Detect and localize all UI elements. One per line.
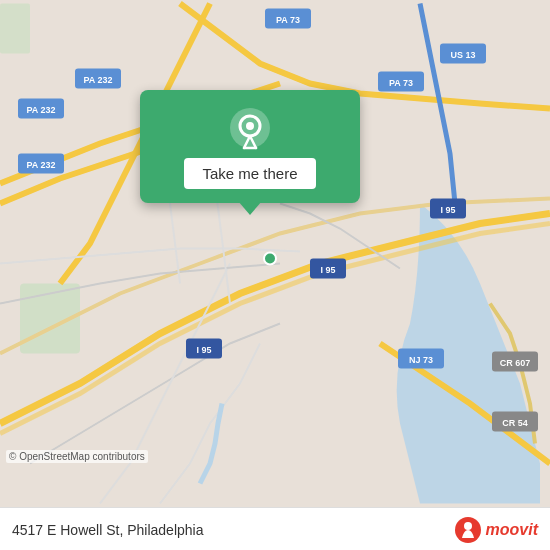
map-attribution: © OpenStreetMap contributors xyxy=(6,450,148,463)
moovit-icon xyxy=(454,516,482,544)
svg-text:I 95: I 95 xyxy=(196,345,211,355)
svg-text:I 95: I 95 xyxy=(320,265,335,275)
map-background: PA 232 PA 232 PA 232 PA 73 PA 73 US 13 I… xyxy=(0,0,550,507)
svg-text:PA 73: PA 73 xyxy=(389,78,413,88)
take-me-there-button[interactable]: Take me there xyxy=(184,158,315,189)
svg-text:CR 54: CR 54 xyxy=(502,418,528,428)
svg-text:PA 73: PA 73 xyxy=(276,15,300,25)
svg-point-32 xyxy=(464,522,472,530)
address-text: 4517 E Howell St, Philadelphia xyxy=(12,522,203,538)
location-popup: Take me there xyxy=(140,90,360,203)
svg-text:PA 232: PA 232 xyxy=(83,75,112,85)
svg-text:CR 607: CR 607 xyxy=(500,358,531,368)
moovit-brand-name: moovit xyxy=(486,521,538,539)
svg-point-26 xyxy=(264,253,276,265)
svg-point-29 xyxy=(246,122,254,130)
main-container: PA 232 PA 232 PA 232 PA 73 PA 73 US 13 I… xyxy=(0,0,550,550)
svg-rect-1 xyxy=(0,4,30,54)
svg-text:I 95: I 95 xyxy=(440,205,455,215)
location-pin-icon xyxy=(228,106,272,150)
map-roads: PA 232 PA 232 PA 232 PA 73 PA 73 US 13 I… xyxy=(0,0,550,507)
svg-text:PA 232: PA 232 xyxy=(26,105,55,115)
svg-text:US 13: US 13 xyxy=(450,50,475,60)
svg-text:NJ 73: NJ 73 xyxy=(409,355,433,365)
svg-text:PA 232: PA 232 xyxy=(26,160,55,170)
bottom-bar: 4517 E Howell St, Philadelphia moovit xyxy=(0,507,550,550)
map-area: PA 232 PA 232 PA 232 PA 73 PA 73 US 13 I… xyxy=(0,0,550,507)
moovit-logo: moovit xyxy=(454,516,538,544)
